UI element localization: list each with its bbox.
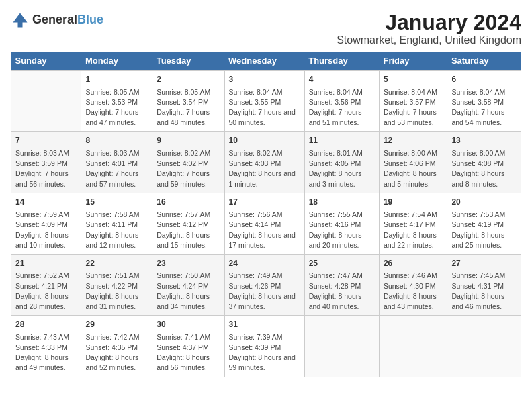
calendar-cell: 29Sunrise: 7:42 AMSunset: 4:35 PMDayligh… xyxy=(81,316,152,377)
day-number: 11 xyxy=(309,135,375,146)
day-info: Sunrise: 7:47 AMSunset: 4:28 PMDaylight:… xyxy=(309,271,375,312)
calendar-cell: 27Sunrise: 7:45 AMSunset: 4:31 PMDayligh… xyxy=(447,254,521,315)
day-number: 28 xyxy=(15,319,77,330)
calendar-cell: 16Sunrise: 7:57 AMSunset: 4:12 PMDayligh… xyxy=(152,193,224,254)
day-number: 13 xyxy=(451,135,517,146)
calendar-cell: 9Sunrise: 8:02 AMSunset: 4:02 PMDaylight… xyxy=(152,132,224,193)
calendar-cell: 7Sunrise: 8:03 AMSunset: 3:59 PMDaylight… xyxy=(11,132,81,193)
calendar-cell: 1Sunrise: 8:05 AMSunset: 3:53 PMDaylight… xyxy=(81,71,152,132)
calendar-cell: 17Sunrise: 7:56 AMSunset: 4:14 PMDayligh… xyxy=(224,193,304,254)
weekday-header-sunday: Sunday xyxy=(11,52,81,71)
calendar-cell: 18Sunrise: 7:55 AMSunset: 4:16 PMDayligh… xyxy=(304,193,379,254)
day-number: 9 xyxy=(157,135,220,146)
week-row-2: 7Sunrise: 8:03 AMSunset: 3:59 PMDaylight… xyxy=(11,132,521,193)
day-info: Sunrise: 7:49 AMSunset: 4:26 PMDaylight:… xyxy=(229,271,300,312)
week-row-1: 1Sunrise: 8:05 AMSunset: 3:53 PMDaylight… xyxy=(11,71,521,132)
header: General Blue January 2024 Stowmarket, En… xyxy=(11,11,521,46)
day-info: Sunrise: 7:50 AMSunset: 4:24 PMDaylight:… xyxy=(157,271,220,312)
day-number: 6 xyxy=(451,74,517,85)
day-number: 21 xyxy=(15,258,77,269)
month-title: January 2024 xyxy=(337,11,521,34)
day-info: Sunrise: 7:39 AMSunset: 4:39 PMDaylight:… xyxy=(229,332,300,373)
day-number: 22 xyxy=(85,258,148,269)
svg-marker-0 xyxy=(13,13,28,28)
day-info: Sunrise: 8:00 AMSunset: 4:08 PMDaylight:… xyxy=(451,148,517,189)
day-number: 1 xyxy=(85,74,148,85)
day-info: Sunrise: 7:59 AMSunset: 4:09 PMDaylight:… xyxy=(15,210,77,250)
calendar-cell xyxy=(447,316,521,377)
calendar-cell: 13Sunrise: 8:00 AMSunset: 4:08 PMDayligh… xyxy=(447,132,521,193)
day-info: Sunrise: 7:55 AMSunset: 4:16 PMDaylight:… xyxy=(309,210,375,250)
calendar-cell: 4Sunrise: 8:04 AMSunset: 3:56 PMDaylight… xyxy=(304,71,379,132)
day-number: 14 xyxy=(15,197,77,208)
calendar-cell: 8Sunrise: 8:03 AMSunset: 4:01 PMDaylight… xyxy=(81,132,152,193)
day-number: 5 xyxy=(384,74,443,85)
calendar-cell: 28Sunrise: 7:43 AMSunset: 4:33 PMDayligh… xyxy=(11,316,81,377)
weekday-header-wednesday: Wednesday xyxy=(224,52,304,71)
calendar-cell: 22Sunrise: 7:51 AMSunset: 4:22 PMDayligh… xyxy=(81,254,152,315)
day-info: Sunrise: 7:53 AMSunset: 4:19 PMDaylight:… xyxy=(451,210,517,250)
day-info: Sunrise: 8:04 AMSunset: 3:58 PMDaylight:… xyxy=(451,87,517,128)
day-info: Sunrise: 7:43 AMSunset: 4:33 PMDaylight:… xyxy=(15,332,77,373)
day-number: 26 xyxy=(384,258,443,269)
day-number: 24 xyxy=(229,258,300,269)
location-title: Stowmarket, England, United Kingdom xyxy=(337,34,521,46)
day-number: 16 xyxy=(157,197,220,208)
day-info: Sunrise: 8:02 AMSunset: 4:03 PMDaylight:… xyxy=(229,148,300,189)
day-number: 31 xyxy=(229,319,300,330)
day-info: Sunrise: 8:02 AMSunset: 4:02 PMDaylight:… xyxy=(157,148,220,189)
day-info: Sunrise: 8:03 AMSunset: 3:59 PMDaylight:… xyxy=(15,148,77,189)
day-number: 3 xyxy=(229,74,300,85)
weekday-header-friday: Friday xyxy=(379,52,447,71)
day-number: 18 xyxy=(309,197,375,208)
day-info: Sunrise: 7:52 AMSunset: 4:21 PMDaylight:… xyxy=(15,271,77,312)
calendar-cell: 14Sunrise: 7:59 AMSunset: 4:09 PMDayligh… xyxy=(11,193,81,254)
logo-general-text: General xyxy=(32,13,77,27)
calendar-cell xyxy=(11,71,81,132)
day-info: Sunrise: 8:01 AMSunset: 4:05 PMDaylight:… xyxy=(309,148,375,189)
day-info: Sunrise: 7:58 AMSunset: 4:11 PMDaylight:… xyxy=(85,210,148,250)
day-number: 7 xyxy=(15,135,77,146)
weekday-header-tuesday: Tuesday xyxy=(152,52,224,71)
day-number: 25 xyxy=(309,258,375,269)
title-area: January 2024 Stowmarket, England, United… xyxy=(337,11,521,46)
calendar-cell: 25Sunrise: 7:47 AMSunset: 4:28 PMDayligh… xyxy=(304,254,379,315)
logo-icon xyxy=(11,11,30,30)
day-info: Sunrise: 8:04 AMSunset: 3:57 PMDaylight:… xyxy=(384,87,443,128)
day-number: 10 xyxy=(229,135,300,146)
weekday-header-thursday: Thursday xyxy=(304,52,379,71)
day-info: Sunrise: 8:04 AMSunset: 3:56 PMDaylight:… xyxy=(309,87,375,128)
day-info: Sunrise: 7:45 AMSunset: 4:31 PMDaylight:… xyxy=(451,271,517,312)
calendar-cell: 26Sunrise: 7:46 AMSunset: 4:30 PMDayligh… xyxy=(379,254,447,315)
day-info: Sunrise: 7:42 AMSunset: 4:35 PMDaylight:… xyxy=(85,332,148,373)
day-info: Sunrise: 8:00 AMSunset: 4:06 PMDaylight:… xyxy=(384,148,443,189)
day-number: 23 xyxy=(157,258,220,269)
calendar-cell: 5Sunrise: 8:04 AMSunset: 3:57 PMDaylight… xyxy=(379,71,447,132)
calendar-cell: 11Sunrise: 8:01 AMSunset: 4:05 PMDayligh… xyxy=(304,132,379,193)
logo: General Blue xyxy=(11,11,103,30)
calendar-cell: 2Sunrise: 8:05 AMSunset: 3:54 PMDaylight… xyxy=(152,71,224,132)
day-info: Sunrise: 7:46 AMSunset: 4:30 PMDaylight:… xyxy=(384,271,443,312)
weekday-header-row: SundayMondayTuesdayWednesdayThursdayFrid… xyxy=(11,52,521,71)
calendar-cell: 6Sunrise: 8:04 AMSunset: 3:58 PMDaylight… xyxy=(447,71,521,132)
day-number: 29 xyxy=(85,319,148,330)
calendar-cell: 15Sunrise: 7:58 AMSunset: 4:11 PMDayligh… xyxy=(81,193,152,254)
calendar-cell: 24Sunrise: 7:49 AMSunset: 4:26 PMDayligh… xyxy=(224,254,304,315)
day-number: 2 xyxy=(157,74,220,85)
day-info: Sunrise: 7:41 AMSunset: 4:37 PMDaylight:… xyxy=(157,332,220,373)
calendar-cell: 31Sunrise: 7:39 AMSunset: 4:39 PMDayligh… xyxy=(224,316,304,377)
day-info: Sunrise: 7:57 AMSunset: 4:12 PMDaylight:… xyxy=(157,210,220,250)
calendar-cell: 10Sunrise: 8:02 AMSunset: 4:03 PMDayligh… xyxy=(224,132,304,193)
week-row-5: 28Sunrise: 7:43 AMSunset: 4:33 PMDayligh… xyxy=(11,316,521,377)
calendar-cell: 19Sunrise: 7:54 AMSunset: 4:17 PMDayligh… xyxy=(379,193,447,254)
calendar-cell: 21Sunrise: 7:52 AMSunset: 4:21 PMDayligh… xyxy=(11,254,81,315)
day-number: 30 xyxy=(157,319,220,330)
calendar-cell: 23Sunrise: 7:50 AMSunset: 4:24 PMDayligh… xyxy=(152,254,224,315)
calendar-cell: 3Sunrise: 8:04 AMSunset: 3:55 PMDaylight… xyxy=(224,71,304,132)
day-info: Sunrise: 8:04 AMSunset: 3:55 PMDaylight:… xyxy=(229,87,300,128)
day-info: Sunrise: 7:56 AMSunset: 4:14 PMDaylight:… xyxy=(229,210,300,250)
day-number: 12 xyxy=(384,135,443,146)
day-info: Sunrise: 8:03 AMSunset: 4:01 PMDaylight:… xyxy=(85,148,148,189)
calendar-table: SundayMondayTuesdayWednesdayThursdayFrid… xyxy=(11,52,521,377)
week-row-4: 21Sunrise: 7:52 AMSunset: 4:21 PMDayligh… xyxy=(11,254,521,315)
